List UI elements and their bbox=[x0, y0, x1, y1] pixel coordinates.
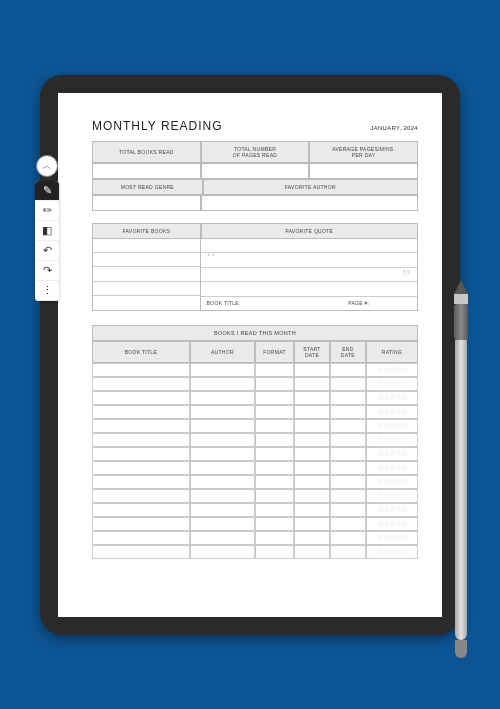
table-row[interactable]: ☆☆☆☆☆ bbox=[92, 405, 418, 419]
table-cell[interactable] bbox=[92, 419, 190, 433]
table-cell[interactable]: ☆☆☆☆☆ bbox=[366, 489, 418, 503]
table-cell[interactable] bbox=[294, 433, 330, 447]
quote-text-area[interactable]: “ ” bbox=[201, 239, 417, 296]
table-cell[interactable] bbox=[190, 461, 255, 475]
table-cell[interactable]: ☆☆☆☆☆ bbox=[366, 363, 418, 377]
table-cell[interactable] bbox=[92, 517, 190, 531]
favorite-books-area[interactable] bbox=[92, 239, 201, 311]
table-cell[interactable] bbox=[255, 531, 294, 545]
table-cell[interactable] bbox=[255, 363, 294, 377]
table-cell[interactable] bbox=[255, 377, 294, 391]
table-cell[interactable]: ☆☆☆☆☆ bbox=[366, 531, 418, 545]
table-row[interactable]: ☆☆☆☆☆ bbox=[92, 447, 418, 461]
table-cell[interactable] bbox=[330, 405, 366, 419]
table-cell[interactable] bbox=[190, 419, 255, 433]
table-cell[interactable] bbox=[294, 503, 330, 517]
table-row[interactable]: ☆☆☆☆☆ bbox=[92, 391, 418, 405]
table-cell[interactable] bbox=[255, 461, 294, 475]
table-cell[interactable] bbox=[92, 531, 190, 545]
pen-tool[interactable]: ✎ bbox=[35, 181, 59, 201]
table-cell[interactable] bbox=[330, 517, 366, 531]
table-cell[interactable] bbox=[330, 377, 366, 391]
table-cell[interactable] bbox=[255, 433, 294, 447]
table-cell[interactable] bbox=[92, 475, 190, 489]
table-row[interactable]: ☆☆☆☆☆ bbox=[92, 363, 418, 377]
table-cell[interactable] bbox=[294, 461, 330, 475]
favorite-author-input[interactable] bbox=[201, 195, 418, 211]
table-row[interactable]: ☆☆☆☆☆ bbox=[92, 461, 418, 475]
table-cell[interactable] bbox=[92, 363, 190, 377]
table-cell[interactable] bbox=[294, 405, 330, 419]
table-cell[interactable] bbox=[330, 461, 366, 475]
redo-button[interactable]: ↷ bbox=[35, 261, 59, 281]
table-cell[interactable] bbox=[255, 489, 294, 503]
table-cell[interactable] bbox=[294, 545, 330, 559]
table-cell[interactable]: ☆☆☆☆☆ bbox=[366, 405, 418, 419]
table-cell[interactable] bbox=[294, 531, 330, 545]
table-cell[interactable] bbox=[330, 475, 366, 489]
table-cell[interactable] bbox=[92, 489, 190, 503]
total-books-input[interactable] bbox=[92, 163, 201, 179]
table-row[interactable]: ☆☆☆☆☆ bbox=[92, 433, 418, 447]
table-cell[interactable]: ☆☆☆☆☆ bbox=[366, 545, 418, 559]
table-row[interactable]: ☆☆☆☆☆ bbox=[92, 545, 418, 559]
table-cell[interactable] bbox=[190, 531, 255, 545]
table-row[interactable]: ☆☆☆☆☆ bbox=[92, 531, 418, 545]
table-cell[interactable] bbox=[294, 447, 330, 461]
table-cell[interactable] bbox=[92, 447, 190, 461]
table-cell[interactable] bbox=[92, 433, 190, 447]
table-cell[interactable] bbox=[330, 503, 366, 517]
table-cell[interactable] bbox=[330, 545, 366, 559]
table-cell[interactable] bbox=[294, 419, 330, 433]
table-cell[interactable] bbox=[330, 419, 366, 433]
most-read-genre-input[interactable] bbox=[92, 195, 201, 211]
table-cell[interactable] bbox=[255, 405, 294, 419]
table-cell[interactable] bbox=[190, 377, 255, 391]
eraser-tool[interactable]: ◧ bbox=[35, 221, 59, 241]
table-cell[interactable]: ☆☆☆☆☆ bbox=[366, 517, 418, 531]
table-cell[interactable] bbox=[190, 363, 255, 377]
highlighter-tool[interactable]: ✏ bbox=[35, 201, 59, 221]
table-cell[interactable] bbox=[190, 503, 255, 517]
undo-button[interactable]: ↶ bbox=[35, 241, 59, 261]
table-row[interactable]: ☆☆☆☆☆ bbox=[92, 419, 418, 433]
table-cell[interactable] bbox=[92, 377, 190, 391]
table-cell[interactable] bbox=[190, 433, 255, 447]
table-cell[interactable] bbox=[190, 517, 255, 531]
table-row[interactable]: ☆☆☆☆☆ bbox=[92, 503, 418, 517]
table-cell[interactable] bbox=[330, 391, 366, 405]
table-cell[interactable] bbox=[294, 377, 330, 391]
table-cell[interactable] bbox=[255, 517, 294, 531]
table-cell[interactable] bbox=[255, 475, 294, 489]
table-cell[interactable] bbox=[255, 447, 294, 461]
table-cell[interactable]: ☆☆☆☆☆ bbox=[366, 419, 418, 433]
table-row[interactable]: ☆☆☆☆☆ bbox=[92, 517, 418, 531]
table-cell[interactable] bbox=[92, 545, 190, 559]
table-cell[interactable] bbox=[92, 405, 190, 419]
table-cell[interactable] bbox=[92, 461, 190, 475]
table-cell[interactable] bbox=[330, 433, 366, 447]
table-cell[interactable] bbox=[190, 545, 255, 559]
table-cell[interactable]: ☆☆☆☆☆ bbox=[366, 377, 418, 391]
table-cell[interactable] bbox=[190, 447, 255, 461]
toolbar-expand-button[interactable]: ︿ bbox=[36, 155, 58, 177]
more-button[interactable]: ⋮ bbox=[35, 281, 59, 301]
table-row[interactable]: ☆☆☆☆☆ bbox=[92, 475, 418, 489]
table-cell[interactable] bbox=[294, 475, 330, 489]
table-cell[interactable] bbox=[255, 419, 294, 433]
table-cell[interactable] bbox=[190, 475, 255, 489]
table-cell[interactable] bbox=[255, 391, 294, 405]
table-row[interactable]: ☆☆☆☆☆ bbox=[92, 489, 418, 503]
table-cell[interactable] bbox=[92, 391, 190, 405]
total-pages-input[interactable] bbox=[201, 163, 310, 179]
table-cell[interactable]: ☆☆☆☆☆ bbox=[366, 433, 418, 447]
table-cell[interactable] bbox=[92, 503, 190, 517]
table-cell[interactable]: ☆☆☆☆☆ bbox=[366, 461, 418, 475]
table-cell[interactable]: ☆☆☆☆☆ bbox=[366, 475, 418, 489]
table-cell[interactable] bbox=[255, 545, 294, 559]
table-cell[interactable]: ☆☆☆☆☆ bbox=[366, 447, 418, 461]
avg-per-day-input[interactable] bbox=[309, 163, 418, 179]
table-cell[interactable] bbox=[330, 489, 366, 503]
table-row[interactable]: ☆☆☆☆☆ bbox=[92, 377, 418, 391]
table-cell[interactable] bbox=[190, 489, 255, 503]
